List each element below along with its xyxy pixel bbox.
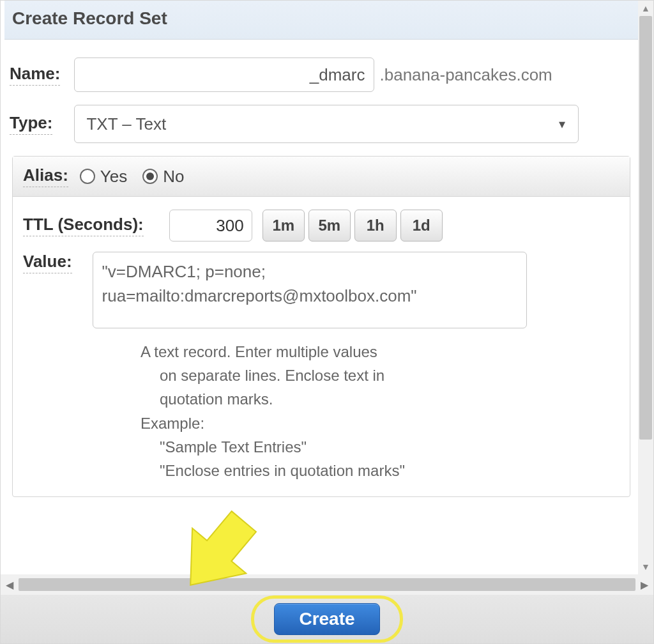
scroll-track[interactable] — [638, 16, 653, 559]
value-help-text: A text record. Enter multiple values on … — [13, 340, 630, 496]
alias-yes-radio[interactable]: Yes — [80, 167, 127, 187]
form-area: Name: .banana-pancakes.com Type: TXT – T… — [4, 40, 638, 497]
alias-no-label: No — [163, 167, 184, 187]
vertical-scrollbar[interactable]: ▲ ▼ — [638, 1, 653, 574]
scroll-thumb[interactable] — [639, 16, 652, 440]
alias-bar: Alias: Yes No — [13, 157, 630, 197]
title-bar: Create Record Set — [4, 1, 638, 40]
form-pane: Create Record Set Name: .banana-pancakes… — [4, 1, 638, 574]
scroll-down-icon[interactable]: ▼ — [638, 559, 653, 574]
value-textarea[interactable] — [93, 252, 527, 328]
scroll-left-icon[interactable]: ◀ — [1, 574, 19, 595]
ttl-preset-5m[interactable]: 5m — [308, 210, 351, 241]
window: Create Record Set Name: .banana-pancakes… — [0, 0, 654, 644]
type-row: Type: TXT – Text ▾ — [10, 105, 633, 143]
ttl-label: TTL (Seconds): — [23, 215, 144, 236]
create-button-highlight: Create — [274, 603, 379, 635]
ttl-input[interactable] — [169, 210, 252, 241]
value-row: Value: — [13, 248, 630, 340]
type-select[interactable]: TXT – Text ▾ — [74, 105, 579, 143]
ttl-row: TTL (Seconds): 1m 5m 1h 1d — [13, 197, 630, 248]
name-input[interactable] — [74, 57, 374, 92]
alias-label: Alias: — [23, 165, 68, 187]
name-label: Name: — [10, 64, 60, 86]
name-row: Name: .banana-pancakes.com — [10, 57, 633, 92]
help-line: A text record. Enter multiple values — [141, 343, 377, 360]
domain-suffix: .banana-pancakes.com — [379, 65, 552, 85]
scroll-thumb[interactable] — [19, 578, 635, 591]
type-label: Type: — [10, 113, 52, 135]
scroll-right-icon[interactable]: ▶ — [635, 574, 653, 595]
ttl-preset-1h[interactable]: 1h — [354, 210, 397, 241]
alias-yes-label: Yes — [100, 167, 127, 187]
chevron-down-icon: ▾ — [559, 116, 565, 132]
scroll-track[interactable] — [19, 577, 635, 592]
footer-bar: Create — [1, 595, 653, 643]
radio-icon — [80, 169, 95, 184]
panel-title: Create Record Set — [12, 8, 630, 29]
ttl-preset-1d[interactable]: 1d — [400, 210, 443, 241]
help-line: on separate lines. Enclose text in — [141, 364, 620, 387]
alias-no-radio[interactable]: No — [142, 167, 184, 187]
value-label: Value: — [23, 252, 72, 273]
create-button[interactable]: Create — [274, 603, 379, 635]
help-example: "Sample Text Entries" — [141, 435, 620, 459]
record-settings-panel: Alias: Yes No TTL (Seconds): 1m 5m 1 — [12, 156, 630, 497]
help-line: quotation marks. — [141, 387, 620, 411]
type-select-value: TXT – Text — [86, 114, 166, 134]
ttl-preset-1m[interactable]: 1m — [262, 210, 305, 241]
horizontal-scrollbar[interactable]: ◀ ▶ — [1, 574, 653, 595]
help-example-label: Example: — [141, 415, 204, 432]
help-example: "Enclose entries in quotation marks" — [141, 459, 620, 482]
radio-icon — [142, 169, 158, 184]
scroll-up-icon[interactable]: ▲ — [638, 1, 653, 16]
